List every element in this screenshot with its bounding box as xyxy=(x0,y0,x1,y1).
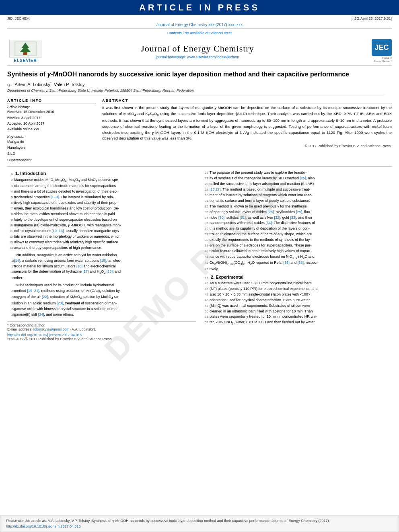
history-label: Article history: xyxy=(7,105,96,109)
top-meta: JID: JECHEM [m5G;April 25, 2017;9:31] xyxy=(0,15,399,22)
line-num-39: 39 xyxy=(203,243,208,248)
contents-label: Contents lists available at xyxy=(167,31,208,35)
footnote-section: * Corresponding author. E-mail address: … xyxy=(7,321,196,341)
article-title: Synthesis of γ-MnOOH nanorods by success… xyxy=(7,70,392,79)
ref-24: [24] xyxy=(38,312,44,316)
keywords-list: Manganite Nanolayers SILD Supercapacitor xyxy=(7,139,96,163)
line-num-11: 11 xyxy=(7,229,13,234)
journal-header: ELSEVIER Journal of Energy Chemistry jou… xyxy=(0,36,399,66)
line-num-26: 26 xyxy=(203,170,208,175)
doi-link[interactable]: http://dx.doi.org/10.1016/j.jechem.2017.… xyxy=(7,333,82,337)
line-num-24: 24 xyxy=(7,307,13,312)
line-num-33: 33 xyxy=(203,210,208,215)
jid-label: JID: JECHEM xyxy=(7,16,30,21)
line-num-21: 21 xyxy=(7,289,13,294)
line-num-34: 34 xyxy=(203,216,208,220)
line-num-48: 48 xyxy=(203,298,208,303)
body-col-right: 26The purpose of the present study was t… xyxy=(203,170,392,341)
abstract-header: ABSTRACT xyxy=(102,99,392,103)
line-num-41: 41 xyxy=(203,255,208,259)
line-num-17: 17 xyxy=(7,264,13,269)
affiliation: Department of Chemistry, Saint-Petersbur… xyxy=(7,88,392,92)
line-num-49: 49 xyxy=(203,304,208,308)
line-num-14: 14 xyxy=(7,246,13,251)
line-num-31: 31 xyxy=(203,199,208,203)
ref-15: [15] xyxy=(100,259,106,263)
authors-line: Q1 Artem A. Lobinsky*, Valeri P. Tolstoy xyxy=(7,82,392,87)
line-num-46: 46 xyxy=(203,287,208,292)
section1-right-text: 26The purpose of the present study was t… xyxy=(203,170,392,272)
keyword-2: Nanolayers xyxy=(7,145,96,151)
section1-text: 2Manganese oxides MnO, Mn3O4, Mn2O3 and … xyxy=(7,177,196,317)
footnote-copyright: 2095-4956/© 2017 Published by Elsevier B… xyxy=(7,337,196,341)
line-num-13: 13 xyxy=(7,240,13,245)
keyword-1: Manganite xyxy=(7,139,96,145)
line-num-36: 36 xyxy=(203,226,208,231)
main-content: Synthesis of γ-MnOOH nanorods by success… xyxy=(0,66,399,341)
accepted-date: Accepted 10 April 2017 xyxy=(7,121,96,126)
line-num-40: 40 xyxy=(203,249,208,254)
line-num-8: 8 xyxy=(7,212,13,217)
body-col-left: 1 1. Introduction 2Manganese oxides MnO,… xyxy=(7,170,196,341)
footer-citation: Please cite this article as: A.A. Lobins… xyxy=(0,516,399,532)
ref-25: [25] xyxy=(300,176,306,180)
article-info-col: ARTICLE INFO Article history: Received 1… xyxy=(7,99,96,163)
line-num-29: 29 xyxy=(203,187,208,192)
line-num-3: 3 xyxy=(7,184,13,189)
line-num-7: 7 xyxy=(7,206,13,211)
email-address[interactable]: lobinsky.a@gmail.com xyxy=(33,327,70,331)
line-num-19: 19 xyxy=(7,276,13,281)
line-num-35: 35 xyxy=(203,221,208,226)
jec-badge: JEC xyxy=(372,39,392,56)
journal-title-center: Journal of Energy Chemistry journal home… xyxy=(43,43,352,59)
ref-26-27: [26,27] xyxy=(210,187,221,191)
line-num-4: 4 xyxy=(7,189,13,194)
line-num-23: 23 xyxy=(7,301,13,306)
contents-line: Contents lists available at ScienceDirec… xyxy=(7,30,392,36)
line-num-30: 30 xyxy=(203,193,208,198)
available-online: Available online xxx xyxy=(7,126,96,132)
line-num-44: 44 xyxy=(203,276,208,279)
keyword-4: Supercapacitor xyxy=(7,157,96,163)
ref-10-13: [10–13] xyxy=(52,229,64,233)
ref-22: [22] xyxy=(42,295,48,299)
section2-text: 45As a substrate were used 5 × 30 mm pol… xyxy=(203,281,392,326)
corresponding-label: * Corresponding author. xyxy=(7,323,196,327)
line-num-47: 47 xyxy=(203,292,208,297)
line-num-16: 16 xyxy=(7,259,13,263)
line-num-1: 1 xyxy=(7,172,13,176)
revised-date: Revised 8 April 2017 xyxy=(7,115,96,121)
build-info: [m5G;April 25, 2017;9:31] xyxy=(350,16,392,21)
line-num-50: 50 xyxy=(203,309,208,314)
science-direct-link[interactable]: ScienceDirect xyxy=(210,31,232,35)
jec-small-text: Journal ofEnergy Chemistry xyxy=(374,57,392,63)
keyword-3: SILD xyxy=(7,151,96,157)
article-in-press-banner: ARTICLE IN PRESS xyxy=(0,0,399,15)
ref-36: [36] xyxy=(298,261,304,265)
email-line: E-mail address: lobinsky.a@gmail.com (A.… xyxy=(7,327,196,331)
ref-18: [18] xyxy=(107,269,113,273)
ref-32: [32] xyxy=(274,216,280,220)
footer-doi-link[interactable]: http://dx.doi.org/10.1016/j.jechem.2017.… xyxy=(6,524,81,528)
ref-29: [29] xyxy=(296,210,302,214)
abstract-copyright: © 2017 Published by Elsevier B.V. and Sc… xyxy=(102,144,392,148)
elsevier-text: ELSEVIER xyxy=(14,58,37,63)
line-num-5: 5 xyxy=(7,195,13,200)
homepage-url[interactable]: www.elsevier.com/locate/jechem xyxy=(187,55,239,59)
line-num-18: 18 xyxy=(7,269,13,274)
authors: Artem A. Lobinsky*, Valeri P. Tolstoy xyxy=(14,82,84,87)
line-num-43: 43 xyxy=(203,267,208,272)
affiliation-divider xyxy=(14,96,385,96)
abstract-text: It was first shown in the present study … xyxy=(102,105,392,142)
line-num-25: 25 xyxy=(7,312,13,317)
ref-17: [17] xyxy=(83,269,89,273)
line-num-20: 20 xyxy=(11,283,17,288)
line-num-6: 6 xyxy=(7,201,13,205)
line-num-42: 42 xyxy=(203,261,208,265)
section1-title: 1 1. Introduction xyxy=(7,171,196,176)
journal-title: Journal of Energy Chemistry xyxy=(43,43,352,54)
line-num-28: 28 xyxy=(203,182,208,187)
abstract-col: ABSTRACT It was first shown in the prese… xyxy=(102,99,392,163)
line-num-10: 10 xyxy=(7,223,13,228)
article-info-abstract-section: ARTICLE INFO Article history: Received 1… xyxy=(7,99,392,163)
